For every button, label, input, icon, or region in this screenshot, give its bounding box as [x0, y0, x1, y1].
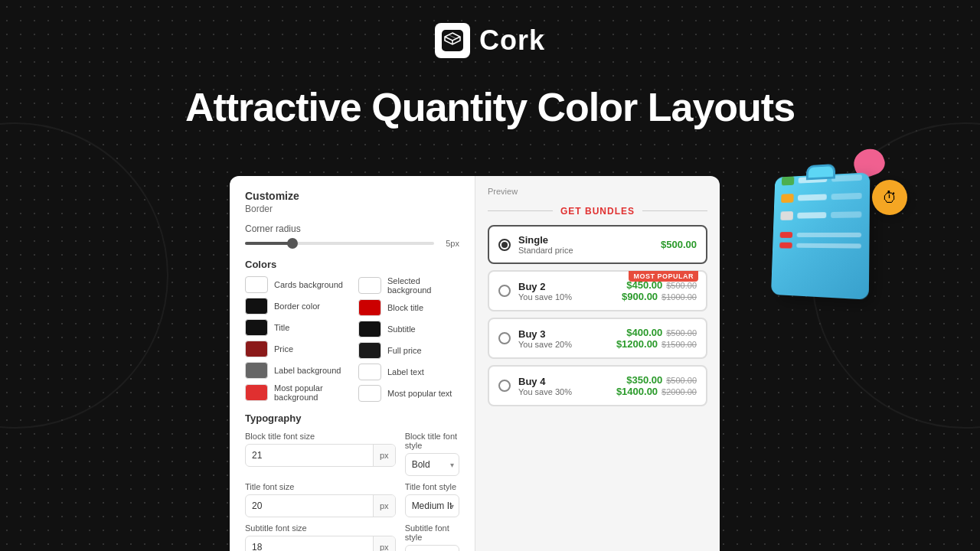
swatch-border[interactable]	[245, 298, 268, 315]
title-style-select-wrap: Bold Medium Italic Regular ▾	[405, 494, 459, 517]
preview-panel: Preview GET BUNDLES Single Standard pric…	[475, 176, 720, 551]
swatch-label-text[interactable]	[358, 364, 381, 380]
price-row-buy2-bot: $900.00 $1000.00	[622, 291, 697, 302]
radio-buy4[interactable]	[498, 380, 511, 392]
bundle-prices-buy2: $450.00 $500.00 $900.00 $1000.00	[622, 279, 697, 302]
price-old-buy2: $500.00	[666, 281, 697, 290]
bundle-card-buy4[interactable]: Buy 4 You save 30% $350.00 $500.00 $1400…	[488, 365, 707, 406]
color-row-cards-bg: Cards background	[245, 276, 346, 293]
title-size-input-row: px	[245, 494, 396, 517]
color-row-label-text: Label text	[358, 364, 459, 380]
label-popular-text: Most popular text	[387, 389, 452, 398]
swatch-cards-bg[interactable]	[245, 276, 268, 293]
swatch-popular-text[interactable]	[358, 385, 381, 402]
subtitle-font-style-field: Subtitle font style Bold Medium Italic R…	[405, 523, 459, 551]
bundle-prices-buy4: $350.00 $500.00 $1400.00 $2000.00	[616, 374, 697, 397]
slider-track[interactable]	[245, 242, 434, 245]
price-total-buy3: $1200.00	[616, 338, 658, 350]
title-style-select[interactable]: Bold Medium Italic Regular	[406, 500, 459, 511]
swatch-price[interactable]	[245, 341, 268, 357]
bundle-info-single: Single Standard price	[518, 234, 653, 255]
color-row-subtitle: Subtitle	[358, 321, 459, 337]
bundle-prices-single: $500.00	[661, 239, 697, 250]
price-old-buy3: $500.00	[666, 328, 697, 337]
preview-label: Preview	[488, 187, 707, 196]
slider-thumb[interactable]	[287, 238, 298, 249]
bundle-info-buy4: Buy 4 You save 30%	[518, 376, 609, 396]
block-title-size-unit: px	[373, 445, 395, 466]
swatch-block-title[interactable]	[358, 299, 381, 316]
color-row-popular-bg: Most popular background	[245, 383, 346, 402]
label-block-title: Block title	[387, 303, 423, 312]
label-cards-bg: Cards background	[274, 280, 343, 289]
bundle-card-buy3[interactable]: Buy 3 You save 20% $400.00 $500.00 $1200…	[488, 318, 707, 359]
bundle-card-buy2[interactable]: MOST POPULAR Buy 2 You save 10% $450.00 …	[488, 270, 707, 311]
bundle-prices-buy3: $400.00 $500.00 $1200.00 $1500.00	[616, 327, 697, 350]
swatch-full-price[interactable]	[358, 342, 381, 359]
color-row-selected-bg: Selected background	[358, 276, 459, 295]
label-subtitle: Subtitle	[387, 324, 416, 334]
radio-buy2[interactable]	[498, 285, 511, 297]
subtitle-style-select-wrap: Bold Medium Italic Regular ▾	[405, 545, 459, 551]
logo-icon	[435, 23, 470, 58]
typography-title: Typography	[245, 412, 459, 424]
swatch-label-bg[interactable]	[245, 362, 268, 379]
price-row-buy4-top: $350.00 $500.00	[616, 374, 697, 386]
panel-title: Customize	[245, 190, 459, 202]
price-total-buy2: $900.00	[622, 291, 658, 302]
price-row-buy4-bot: $1400.00 $2000.00	[616, 386, 697, 397]
title-size-input[interactable]	[246, 500, 373, 511]
block-title-size-input-row: px	[245, 444, 396, 467]
bundle-subtitle-buy4: You save 30%	[518, 387, 609, 396]
block-title-font-size-field: Block title font size px	[245, 432, 396, 476]
label-label-text: Label text	[387, 367, 424, 377]
subtitle-size-label: Subtitle font size	[245, 523, 396, 533]
block-title-style-label: Block title font style	[405, 432, 459, 450]
price-main-buy4: $350.00	[626, 374, 662, 386]
bundle-subtitle-single: Standard price	[518, 246, 653, 255]
title-size-unit: px	[373, 495, 395, 517]
swatch-title[interactable]	[245, 319, 268, 336]
bundle-title-single: Single	[518, 234, 653, 246]
get-bundles-header: GET BUNDLES	[488, 204, 707, 217]
color-row-popular-text: Most popular text	[358, 385, 459, 402]
get-bundles-text: GET BUNDLES	[553, 206, 642, 217]
bundle-title-buy3: Buy 3	[518, 328, 609, 340]
subtitle-size-input[interactable]	[246, 542, 373, 551]
price-row-buy3-top: $400.00 $500.00	[616, 327, 697, 338]
title-size-label: Title font size	[245, 482, 396, 491]
price-single: $500.00	[661, 239, 697, 250]
label-border: Border color	[274, 302, 320, 311]
typography-grid: Block title font size px Block title fon…	[245, 432, 459, 551]
corner-radius-label: Corner radius	[245, 223, 459, 234]
block-title-style-select[interactable]: Bold Medium Italic Regular	[406, 459, 459, 470]
color-row-title: Title	[245, 319, 346, 336]
customize-panel: Customize Border Corner radius 5px Color…	[230, 176, 475, 551]
block-title-style-select-wrap: Bold Medium Italic Regular ▾	[405, 453, 459, 476]
title-font-style-field: Title font style Bold Medium Italic Regu…	[405, 482, 459, 517]
radio-single[interactable]	[498, 239, 511, 251]
swatch-selected-bg[interactable]	[358, 277, 381, 294]
price-row-buy3-bot: $1200.00 $1500.00	[616, 338, 697, 350]
block-title-size-input[interactable]	[246, 450, 373, 461]
color-row-border: Border color	[245, 298, 346, 315]
color-row-label-bg: Label background	[245, 362, 346, 379]
color-row-block-title: Block title	[358, 299, 459, 316]
swatch-subtitle[interactable]	[358, 321, 381, 337]
page-title: Attractive Quantity Color Layouts	[0, 84, 980, 130]
color-row-price: Price	[245, 341, 346, 357]
radio-buy3[interactable]	[498, 332, 511, 344]
price-main-buy3: $400.00	[626, 327, 662, 338]
color-row-full-price: Full price	[358, 342, 459, 359]
price-old-buy4: $500.00	[666, 376, 697, 385]
bundle-subtitle-buy2: You save 10%	[518, 292, 614, 302]
swatch-popular-bg[interactable]	[245, 384, 268, 401]
bundle-card-single[interactable]: Single Standard price $500.00	[488, 225, 707, 264]
label-title: Title	[274, 323, 289, 332]
corner-radius-slider-row: 5px	[245, 239, 459, 248]
label-full-price: Full price	[387, 346, 422, 355]
bundle-subtitle-buy3: You save 20%	[518, 340, 609, 349]
label-price: Price	[274, 344, 293, 354]
colors-title: Colors	[245, 259, 459, 270]
label-selected-bg: Selected background	[387, 276, 459, 295]
